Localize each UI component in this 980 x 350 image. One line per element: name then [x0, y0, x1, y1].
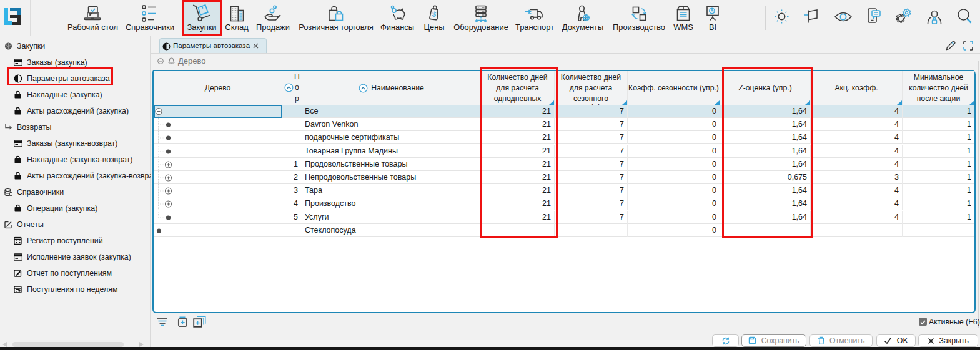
svg-text:$: $	[432, 10, 437, 18]
